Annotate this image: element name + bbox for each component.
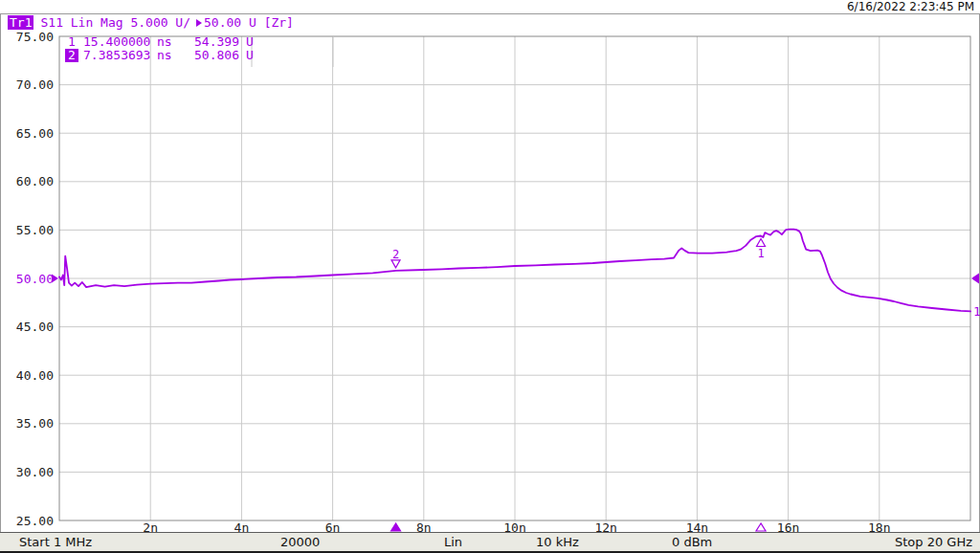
plot-area[interactable]: 75.0070.0065.0060.0055.0050.0045.0040.00… (0, 0, 980, 553)
y-axis-tick-label: 55.00 (16, 223, 54, 237)
ref-level-arrow-icon (196, 19, 202, 27)
marker-1-triangle-icon (757, 238, 766, 246)
y-axis-tick-label: 65.00 (16, 126, 54, 141)
y-axis-tick-label: 30.00 (16, 465, 54, 479)
marker-info-table: 1 15.400000 ns 54.399 U 2 7.3853693 ns 5… (65, 35, 254, 62)
trace-header: Tr1 S11 Lin Mag 5.000 U/ 50.00 U [Zr] (8, 15, 294, 30)
marker-2-triangle-icon (391, 260, 400, 268)
marker-1-stimulus-triangle-icon (756, 523, 766, 531)
marker-1-stimulus: 15.400000 (83, 35, 154, 49)
y-axis-tick-label: 75.00 (16, 30, 54, 44)
y-axis-tick-label: 50.00 (16, 272, 54, 286)
status-bar: Start 1 MHz 20000 Lin 10 kHz 0 dBm Stop … (0, 532, 980, 553)
marker-1-response: 54.399 (191, 35, 239, 49)
status-if-bandwidth[interactable]: 10 kHz (536, 534, 579, 550)
y-axis-tick-label: 35.00 (16, 416, 54, 431)
marker-2-stimulus-unit: ns (157, 49, 180, 62)
y-axis-tick-label: 25.00 (16, 514, 54, 528)
marker-1-label: 1 (757, 247, 764, 260)
trace-reference-label: 50.00 U [Zr] (204, 15, 294, 30)
trace-selector-tr1[interactable]: Tr1 (8, 15, 33, 30)
y-axis-tick-label: 70.00 (16, 77, 54, 92)
status-sweep-type[interactable]: Lin (444, 534, 462, 550)
vna-screen: 6/16/2022 2:23:45 PM 75.0070.0065.0060.0… (0, 0, 980, 553)
trace-measurement-label: S11 Lin Mag 5.000 U/ (40, 15, 190, 30)
y-axis-tick-label: 40.00 (16, 368, 54, 383)
status-stop-frequency[interactable]: Stop 20 GHz (895, 534, 972, 550)
marker-readout-row-2: 2 7.3853693 ns 50.806 U (65, 49, 254, 62)
status-start-frequency[interactable]: Start 1 MHz (19, 534, 92, 550)
marker-2-number: 2 (65, 49, 78, 62)
marker-1-response-unit: U (246, 35, 254, 49)
y-axis-tick-label: 60.00 (16, 174, 54, 188)
y-axis-tick-label: 45.00 (16, 320, 54, 334)
marker-1-number: 1 (65, 35, 78, 49)
status-sweep-points[interactable]: 20000 (280, 534, 320, 550)
ref-level-left-arrow-icon (52, 275, 58, 283)
trace-end-number-label: 1 (973, 304, 980, 319)
marker-2-stimulus: 7.3853693 (83, 49, 154, 62)
marker-2-stimulus-triangle-icon (391, 523, 401, 531)
ref-level-right-arrow-icon (971, 274, 979, 284)
marker-1-stimulus-unit: ns (157, 35, 180, 49)
marker-2-response-unit: U (246, 49, 254, 62)
marker-readout-row-1: 1 15.400000 ns 54.399 U (65, 35, 254, 49)
status-power[interactable]: 0 dBm (672, 534, 712, 550)
marker-2-response: 50.806 (191, 49, 239, 62)
marker-2-label: 2 (392, 248, 399, 261)
